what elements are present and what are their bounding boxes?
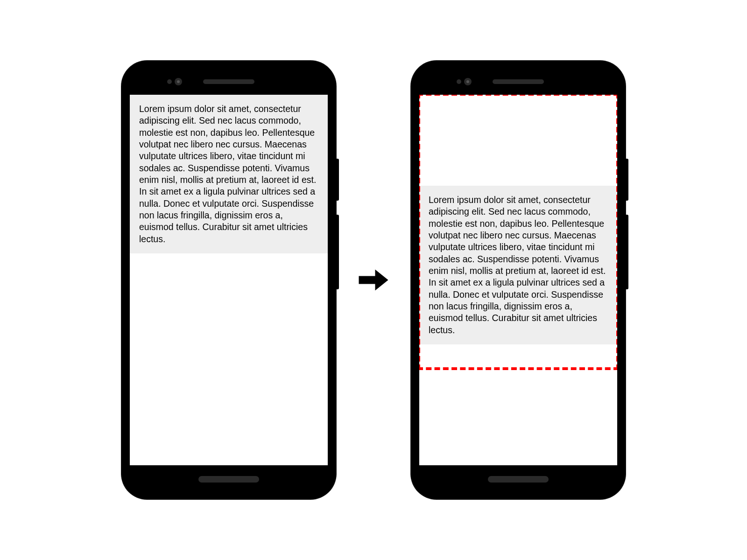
- speaker-grille: [493, 79, 544, 84]
- phone-inner: Lorem ipsum dolor sit amet, consectetur …: [130, 69, 328, 491]
- front-camera: [167, 78, 182, 85]
- transition-arrow: [355, 264, 392, 296]
- speaker-grille: [203, 79, 254, 84]
- inset-diagram: Lorem ipsum dolor sit amet, consectetur …: [0, 0, 747, 560]
- volume-button: [626, 215, 628, 289]
- home-indicator: [488, 476, 549, 483]
- volume-button: [336, 215, 339, 289]
- power-button: [336, 159, 339, 201]
- phone-screen: Lorem ipsum dolor sit amet, consectetur …: [130, 95, 328, 465]
- home-indicator: [198, 476, 259, 483]
- phone-before: Lorem ipsum dolor sit amet, consectetur …: [121, 61, 336, 499]
- phone-screen: Lorem ipsum dolor sit amet, consectetur …: [419, 95, 617, 465]
- lorem-text-block: Lorem ipsum dolor sit amet, consectetur …: [419, 186, 617, 344]
- phone-inner: Lorem ipsum dolor sit amet, consectetur …: [419, 69, 617, 491]
- lorem-text-block: Lorem ipsum dolor sit amet, consectetur …: [130, 95, 328, 253]
- arrow-right-icon: [357, 264, 390, 296]
- phone-after: Lorem ipsum dolor sit amet, consectetur …: [411, 61, 626, 499]
- front-camera: [457, 78, 472, 85]
- power-button: [626, 159, 628, 201]
